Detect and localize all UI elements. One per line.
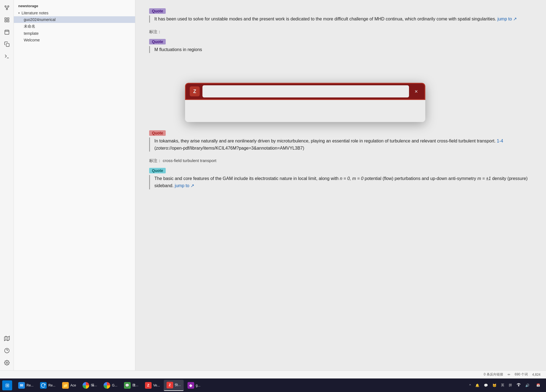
taskbar-obsidian[interactable]: ◆ g...: [185, 380, 203, 391]
svg-point-2: [6, 9, 7, 10]
taskbar-edge[interactable]: Re...: [37, 380, 58, 391]
quote-label-1: Quote: [149, 8, 166, 14]
quote-content-4: The basic and core features of the GAM i…: [149, 175, 532, 189]
tray-volume[interactable]: 🔊: [524, 382, 531, 388]
tree-item-unnamed[interactable]: 未命名: [14, 23, 135, 30]
svg-rect-13: [6, 44, 9, 47]
taskbar-zotero2[interactable]: Z 快...: [164, 380, 184, 391]
svg-marker-15: [4, 336, 9, 341]
svg-rect-9: [5, 30, 9, 34]
quote-link-1[interactable]: jump to ↗: [497, 17, 517, 21]
tray-lang-pinyin[interactable]: 拼: [508, 382, 513, 389]
zotero-icon-1: Z: [145, 382, 152, 389]
tray-time: 📅: [533, 382, 544, 388]
edit-icon[interactable]: ✏: [508, 373, 510, 377]
search-bar: Z ×: [185, 83, 425, 100]
search-input[interactable]: [202, 85, 409, 97]
terminal-icon[interactable]: [2, 51, 12, 61]
chrome-icon-1: [83, 382, 89, 389]
svg-rect-5: [5, 18, 6, 20]
file-tree: newstorage ▾ Literature notes guo2024num…: [14, 0, 135, 370]
quote-content-2: M fluctuations in regions: [149, 46, 532, 53]
char-count: 4,824: [532, 373, 540, 377]
tray-wifi[interactable]: [515, 382, 522, 389]
annotation-3: 标注： cross-field turbulent transport: [149, 158, 532, 163]
zotero-logo-icon: Z: [190, 86, 200, 96]
tray-cat[interactable]: 🐱: [491, 382, 498, 388]
svg-line-4: [7, 7, 8, 9]
system-tray: ^ 🔔 💬 🐱 英 拼 🔊 📅: [468, 382, 544, 389]
help-icon[interactable]: [2, 346, 12, 356]
annotation-1: 标注：: [149, 29, 532, 35]
svg-rect-7: [5, 20, 6, 22]
svg-point-0: [5, 6, 6, 7]
svg-point-20: [6, 362, 7, 363]
taskbar-chrome2[interactable]: G...: [101, 380, 120, 391]
tree-section-literature[interactable]: ▾ Literature notes: [14, 10, 135, 16]
edge-icon: [40, 382, 47, 389]
quote-label-4: Quote: [149, 168, 166, 173]
git-icon[interactable]: [2, 3, 12, 13]
quote-link-3[interactable]: 1-4: [497, 139, 503, 143]
mail-icon: ✉: [18, 382, 25, 389]
taskbar-chrome1[interactable]: 编...: [80, 380, 100, 391]
quote-block-2: Quote M fluctuations in regions: [149, 39, 532, 53]
taskbar-zotero1[interactable]: Z Ve...: [142, 380, 163, 391]
quote-content-1: It has been used to solve for unstable m…: [149, 15, 532, 23]
tray-msg[interactable]: 💬: [483, 382, 489, 388]
quote-content-3: In tokamaks, they arise naturally and ar…: [149, 137, 532, 152]
tree-item-guo2024numerical[interactable]: guo2024numerical: [14, 16, 135, 23]
quote-label-3: Quote: [149, 130, 166, 136]
quote-label-2: Quote: [149, 39, 166, 44]
search-close-button[interactable]: ×: [412, 87, 421, 96]
settings-icon[interactable]: [2, 358, 12, 368]
quote-block-1: Quote It has been used to solve for unst…: [149, 8, 532, 23]
quote-block-4: Quote The basic and core features of the…: [149, 168, 532, 189]
map-icon[interactable]: [2, 333, 12, 343]
calendar-icon[interactable]: [2, 27, 12, 37]
search-dialog: Z ×: [185, 83, 425, 122]
grid-icon[interactable]: [2, 15, 12, 25]
icon-sidebar: [0, 0, 14, 370]
copy-icon[interactable]: [2, 39, 12, 49]
obsidian-icon: ◆: [188, 382, 194, 389]
quote-block-3: Quote In tokamaks, they arise naturally …: [149, 130, 532, 152]
svg-line-3: [6, 7, 7, 9]
folder-icon: 📁: [62, 382, 69, 389]
svg-rect-8: [7, 20, 9, 22]
main-content: Quote It has been used to solve for unst…: [135, 0, 546, 370]
taskbar: ⊞ ✉ Re... Re... 📁 Ace 编... G...: [0, 378, 546, 392]
svg-point-1: [7, 6, 9, 7]
tree-item-welcome[interactable]: Welcome: [14, 37, 135, 43]
zotero-icon-2: Z: [167, 382, 173, 388]
status-bar: 0 条反向链接 ✏ 690 个词 4,824: [0, 370, 546, 378]
chevron-down-icon: ▾: [18, 11, 20, 15]
taskbar-wechat[interactable]: 💬 微...: [121, 380, 141, 391]
tray-lang-en[interactable]: 英: [500, 382, 505, 389]
svg-rect-6: [7, 18, 9, 20]
tray-notification[interactable]: 🔔: [474, 382, 481, 388]
quote-link-4[interactable]: jump to ↗: [175, 183, 194, 188]
taskbar-files[interactable]: 📁 Ace: [59, 380, 79, 391]
tray-caret[interactable]: ^: [468, 382, 472, 388]
chrome-icon-2: [104, 382, 110, 389]
taskbar-mail[interactable]: ✉ Re...: [15, 380, 36, 391]
tree-item-template[interactable]: template: [14, 30, 135, 37]
wechat-icon: 💬: [124, 382, 131, 389]
tree-root-title: newstorage: [14, 3, 135, 9]
start-button[interactable]: ⊞: [2, 380, 12, 390]
backlinks-count: 0 条反向链接: [484, 372, 503, 377]
search-results: [185, 100, 425, 122]
word-count: 690 个词: [515, 372, 528, 377]
